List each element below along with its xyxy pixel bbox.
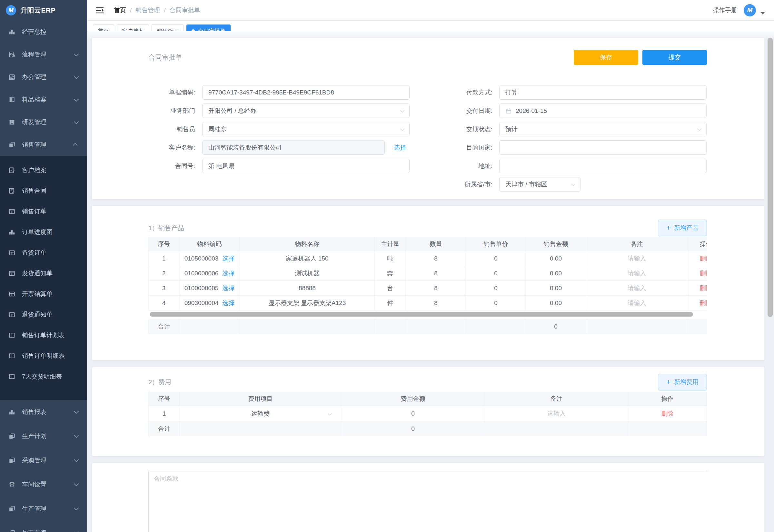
cell-remark[interactable]: 请输入 bbox=[586, 296, 688, 310]
chevron-down-icon bbox=[74, 74, 79, 79]
id-card-icon bbox=[8, 74, 15, 81]
sidebar-item-sales-mgmt[interactable]: 销售管理 bbox=[0, 133, 87, 156]
sidebar-item-label: 订单进度图 bbox=[22, 228, 77, 236]
cell-price[interactable]: 0 bbox=[466, 281, 526, 296]
fee-item-select[interactable]: 运输费 bbox=[180, 406, 341, 421]
address-input[interactable] bbox=[499, 159, 707, 173]
doc-code-input[interactable]: 9770CA17-3497-4DB2-995E-B49E9CF61BD8 bbox=[202, 85, 410, 100]
sidebar-item-label: 销售合同 bbox=[22, 187, 77, 195]
avatar[interactable]: M bbox=[744, 4, 756, 16]
sidebar-item-invoice-settlement[interactable]: 开票结算单 bbox=[0, 284, 87, 304]
chevron-down-icon bbox=[74, 481, 79, 487]
save-button[interactable]: 保存 bbox=[574, 50, 638, 65]
box-i-icon bbox=[8, 119, 15, 126]
sidebar-item-rnd-mgmt[interactable]: 研发管理 bbox=[0, 111, 87, 133]
fees-section-head: 2）费用 + 新增费用 bbox=[148, 367, 707, 390]
row-select-link[interactable]: 选择 bbox=[222, 254, 234, 263]
customer-select-link[interactable]: 选择 bbox=[394, 143, 406, 152]
sidebar-item-return-notice[interactable]: 退货通知单 bbox=[0, 304, 87, 325]
cell-fee-amount[interactable]: 0 bbox=[341, 406, 485, 421]
vertical-scrollbar-thumb[interactable] bbox=[768, 38, 773, 317]
contract-terms-textarea[interactable] bbox=[148, 470, 707, 532]
cell-qty[interactable]: 8 bbox=[406, 296, 466, 310]
tab-contract-approval[interactable]: 合同审批单 bbox=[186, 25, 231, 31]
hamburger-icon[interactable] bbox=[95, 6, 104, 14]
cell-qty[interactable]: 8 bbox=[406, 251, 466, 266]
sidebar-item-workshop-settings[interactable]: ⚙ 车间设置 bbox=[0, 472, 87, 497]
contract-no-input[interactable]: 第 电风扇 bbox=[202, 159, 410, 173]
caret-down-icon[interactable] bbox=[760, 12, 765, 15]
col-header-action: 操作 bbox=[628, 392, 707, 406]
destination-country-input[interactable] bbox=[499, 140, 707, 155]
doc-clock-icon bbox=[8, 51, 15, 58]
fees-total-row: 合计 0 bbox=[149, 421, 707, 436]
row-delete-link[interactable]: 删除 bbox=[700, 285, 707, 291]
submit-button[interactable]: 提交 bbox=[642, 50, 707, 65]
cell-remark[interactable]: 请输入 bbox=[586, 251, 688, 266]
sidebar-item-process-mgmt[interactable]: 流程管理 bbox=[0, 43, 87, 66]
sidebar-item-material-archive[interactable]: 料品档案 bbox=[0, 88, 87, 111]
cell-seq: 1 bbox=[149, 251, 179, 266]
tab-sales-contract[interactable]: 销售合同 bbox=[152, 25, 184, 31]
cell-qty[interactable]: 8 bbox=[406, 281, 466, 296]
col-header-action: 操作 bbox=[688, 237, 707, 251]
sidebar-item-label: 开票结算单 bbox=[22, 290, 77, 298]
sidebar-item-sales-contract[interactable]: 销售合同 bbox=[0, 181, 87, 201]
tab-home[interactable]: 首页 bbox=[93, 25, 114, 31]
field-label: 目的国家: bbox=[442, 143, 492, 152]
chevron-down-icon bbox=[74, 433, 79, 438]
row-delete-link[interactable]: 删除 bbox=[661, 410, 674, 417]
cell-code: 0100000005选择 bbox=[179, 281, 240, 296]
sidebar-item-sales-report[interactable]: 销售报表 bbox=[0, 400, 87, 424]
breadcrumb-sales-mgmt[interactable]: 销售管理 bbox=[135, 6, 160, 15]
cell-code: 0105000003选择 bbox=[179, 251, 240, 266]
row-delete-link[interactable]: 删除 bbox=[700, 255, 707, 262]
sidebar-item-processing-workshop[interactable]: 加工车间 bbox=[0, 521, 87, 532]
add-product-button[interactable]: + 新增产品 bbox=[658, 220, 707, 236]
row-select-link[interactable]: 选择 bbox=[222, 299, 234, 307]
sidebar-item-business-overview[interactable]: 经营总控 bbox=[0, 21, 87, 43]
salesperson-select[interactable]: 周桂东 bbox=[202, 122, 410, 136]
sidebar-item-customer-archive[interactable]: 客户档案 bbox=[0, 160, 87, 181]
row-select-link[interactable]: 选择 bbox=[222, 284, 234, 292]
sidebar-item-sales-order[interactable]: 销售订单 bbox=[0, 201, 87, 222]
sidebar-item-order-detail-report[interactable]: 销售订单明细表 bbox=[0, 346, 87, 366]
cell-remark[interactable]: 请输入 bbox=[586, 266, 688, 281]
tab-customer-archive[interactable]: 客户档案 bbox=[117, 25, 149, 31]
fees-section-title: 2）费用 bbox=[148, 378, 171, 387]
sidebar-item-purchase-mgmt[interactable]: 采购管理 bbox=[0, 448, 87, 472]
sidebar-item-7day-delivery-report[interactable]: 7天交货明细表 bbox=[0, 366, 87, 387]
row-delete-link[interactable]: 删除 bbox=[700, 270, 707, 277]
main-area: 首页 / 销售管理 / 合同审批单 操作手册 M 首页 客户档案 销售合同 合同… bbox=[87, 0, 774, 532]
sidebar-item-production-plan[interactable]: 生产计划 bbox=[0, 424, 87, 448]
cell-remark[interactable]: 请输入 bbox=[586, 281, 688, 296]
sidebar-item-office-mgmt[interactable]: 办公管理 bbox=[0, 66, 87, 88]
manual-link[interactable]: 操作手册 bbox=[713, 6, 737, 15]
add-fee-button[interactable]: + 新增费用 bbox=[658, 374, 707, 390]
row-delete-link[interactable]: 删除 bbox=[700, 300, 707, 306]
cell-action: 删除 bbox=[688, 266, 707, 281]
row-select-link[interactable]: 选择 bbox=[222, 269, 234, 278]
delivery-status-select[interactable]: 预计 bbox=[499, 122, 707, 136]
breadcrumb-separator: / bbox=[164, 7, 165, 14]
field-value: 山河智能装备股份有限公司 bbox=[208, 143, 282, 152]
payment-method-input[interactable]: 打算 bbox=[499, 85, 707, 100]
cell-remark[interactable]: 请输入 bbox=[485, 406, 628, 421]
province-city-cascader[interactable]: 天津市 / 市辖区 bbox=[499, 177, 581, 192]
cell-qty[interactable]: 8 bbox=[406, 266, 466, 281]
sidebar-item-label: 销售订单 bbox=[22, 207, 77, 216]
page-content: 合同审批单 保存 提交 单据编码: 9770CA17-3497-4DB2-995… bbox=[87, 31, 774, 532]
business-dept-select[interactable]: 升阳公司 / 总经办 bbox=[202, 103, 410, 118]
sidebar-item-production-mgmt[interactable]: 生产管理 bbox=[0, 497, 87, 521]
cell-price[interactable]: 0 bbox=[466, 266, 526, 281]
sidebar-item-stock-order[interactable]: 备货订单 bbox=[0, 242, 87, 263]
delivery-date-picker[interactable]: 2026-01-15 bbox=[499, 103, 707, 118]
cell-price[interactable]: 0 bbox=[466, 296, 526, 310]
sidebar-item-order-progress[interactable]: 订单进度图 bbox=[0, 222, 87, 242]
sidebar-item-order-plan-report[interactable]: 销售订单计划表 bbox=[0, 325, 87, 346]
breadcrumb-home[interactable]: 首页 bbox=[114, 6, 126, 15]
total-label: 合计 bbox=[149, 319, 179, 334]
cell-price[interactable]: 0 bbox=[466, 251, 526, 266]
horizontal-scrollbar-thumb[interactable] bbox=[150, 312, 693, 317]
sidebar-item-delivery-notice[interactable]: 发货通知单 bbox=[0, 263, 87, 284]
